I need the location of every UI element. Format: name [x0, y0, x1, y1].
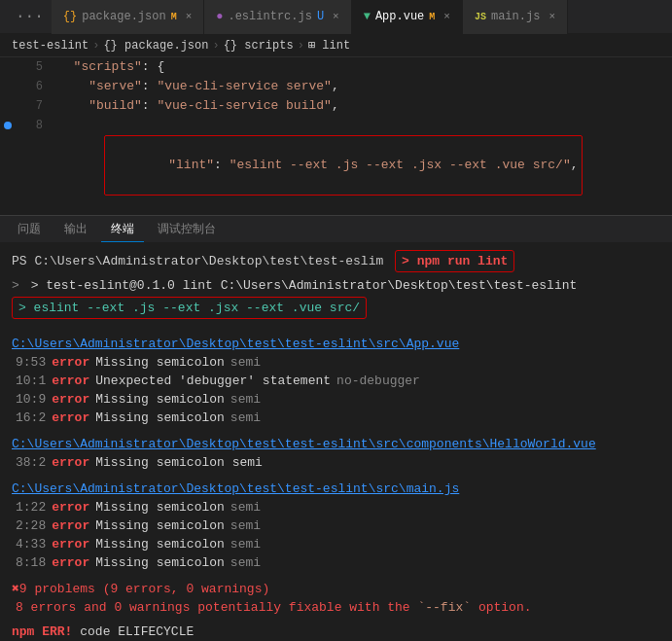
tab-label: .eslintrc.js	[228, 10, 311, 23]
tab-label: App.vue	[375, 10, 424, 23]
more-tabs-button[interactable]: ···	[8, 8, 52, 25]
summary-line: ✖9 problems (9 errors, 0 warnings)	[12, 580, 660, 598]
code-line-7: 7 "build": "vue-cli-service build",	[0, 96, 672, 116]
tab-close-button[interactable]: ×	[186, 11, 193, 22]
fixable-line: 8 errors and 0 warnings potentially fixa…	[12, 598, 660, 617]
error-line: 10:1 error Unexpected 'debugger' stateme…	[12, 372, 660, 390]
chevron-icon: >	[12, 278, 19, 293]
json-icon: {}	[63, 10, 77, 23]
tab-debug-console[interactable]: 调试控制台	[148, 217, 226, 241]
tab-output[interactable]: 输出	[54, 217, 97, 241]
tab-badge: U	[317, 10, 324, 23]
test-eslint-path-line: > > test-eslint@0.1.0 lint C:\Users\Admi…	[12, 276, 660, 295]
code-line-8: 8 "lint": "eslint --ext .js --ext .jsx -…	[0, 116, 672, 215]
tab-bar: ··· {} package.json M × ● .eslintrc.js U…	[0, 0, 672, 34]
ps-prompt-line: PS C:\Users\Administrator\Desktop\test\t…	[12, 250, 660, 272]
breadcrumb: test-eslint › {} package.json › {} scrip…	[0, 34, 672, 57]
gutter-dot	[4, 122, 12, 129]
eslint-cmd-box: > eslint --ext .js --ext .jsx --ext .vue…	[12, 297, 367, 319]
error-line: 38:2 error Missing semicolon semi	[12, 453, 660, 472]
tab-problems[interactable]: 问题	[8, 217, 51, 241]
error-line: 1:22 error Missing semicolon semi	[12, 498, 660, 516]
ps-path: PS C:\Users\Administrator\Desktop\test\t…	[12, 254, 383, 268]
fix-option: `--fix`	[417, 600, 471, 615]
tab-main-js[interactable]: JS main.js ×	[463, 0, 568, 34]
tab-app-vue[interactable]: ▼ App.vue M ×	[352, 0, 463, 34]
breadcrumb-part: ⊞ lint	[308, 38, 350, 53]
error-count: ✖9 problems (9 errors, 0 warnings)	[12, 582, 269, 596]
file-section-helloworld: C:\Users\Administrator\Desktop\test\test…	[12, 435, 660, 472]
npm-err-keyword: npm ERR!	[12, 624, 72, 639]
npm-err-code: code ELIFECYCLE	[80, 624, 194, 639]
eslint-icon: ●	[216, 10, 223, 23]
tab-badge: M	[171, 12, 177, 22]
error-line: 16:2 error Missing semicolon semi	[12, 409, 660, 427]
tab-package-json[interactable]: {} package.json M ×	[52, 0, 204, 34]
breadcrumb-part: test-eslint	[12, 39, 88, 53]
line-number: 6	[16, 77, 54, 96]
npm-run-lint-cmd: > npm run lint	[395, 250, 514, 272]
line-number: 8	[16, 116, 54, 135]
line-content: "build": "vue-cli-service build",	[54, 96, 672, 116]
spacer	[12, 319, 660, 327]
npm-keyword: > npm run lint	[402, 254, 508, 268]
tab-label: main.js	[491, 10, 540, 23]
eslint-cmd-line: > eslint --ext .js --ext .jsx --ext .vue…	[12, 297, 660, 319]
tab-badge: M	[429, 12, 435, 22]
code-line-6: 6 "serve": "vue-cli-service serve",	[0, 77, 672, 96]
line-number: 5	[16, 57, 54, 77]
tab-close-button[interactable]: ×	[548, 11, 555, 22]
npm-error-line: npm ERR! code ELIFECYCLE	[12, 623, 660, 641]
breadcrumb-part: {} scripts	[224, 39, 294, 53]
line-number: 7	[16, 96, 54, 116]
code-line-5: 5 "scripts": {	[0, 57, 672, 77]
error-line: 10:9 error Missing semicolon semi	[12, 390, 660, 409]
panel-tabs: 问题 输出 终端 调试控制台	[0, 215, 672, 242]
vue-icon: ▼	[364, 10, 371, 23]
error-line: 4:33 error Missing semicolon semi	[12, 535, 660, 553]
code-editor: 5 "scripts": { 6 "serve": "vue-cli-servi…	[0, 57, 672, 215]
file-section-app-vue: C:\Users\Administrator\Desktop\test\test…	[12, 335, 660, 427]
file-path-main-js[interactable]: C:\Users\Administrator\Desktop\test\test…	[12, 480, 660, 498]
error-line: 9:53 error Missing semicolon semi	[12, 353, 660, 372]
file-section-main-js: C:\Users\Administrator\Desktop\test\test…	[12, 480, 660, 572]
error-line: 8:18 error Missing semicolon semi	[12, 553, 660, 572]
tab-terminal[interactable]: 终端	[101, 217, 144, 242]
tab-label: package.json	[82, 10, 165, 23]
tab-close-button[interactable]: ×	[443, 11, 450, 22]
error-line: 2:28 error Missing semicolon semi	[12, 516, 660, 535]
test-eslint-path: > test-eslint@0.1.0 lint C:\Users\Admini…	[31, 278, 578, 293]
file-path-helloworld[interactable]: C:\Users\Administrator\Desktop\test\test…	[12, 435, 660, 453]
tab-eslintrc-js[interactable]: ● .eslintrc.js U ×	[204, 0, 351, 34]
line-content: "scripts": {	[54, 57, 672, 77]
tab-close-button[interactable]: ×	[333, 11, 339, 22]
line-content: "lint": "eslint --ext .js --ext .jsx --e…	[54, 116, 672, 215]
line-content: "serve": "vue-cli-service serve",	[54, 77, 672, 96]
file-path-app-vue[interactable]: C:\Users\Administrator\Desktop\test\test…	[12, 335, 660, 353]
terminal[interactable]: PS C:\Users\Administrator\Desktop\test\t…	[0, 242, 672, 641]
breadcrumb-part: {} package.json	[103, 39, 208, 53]
js-icon: JS	[475, 12, 486, 22]
